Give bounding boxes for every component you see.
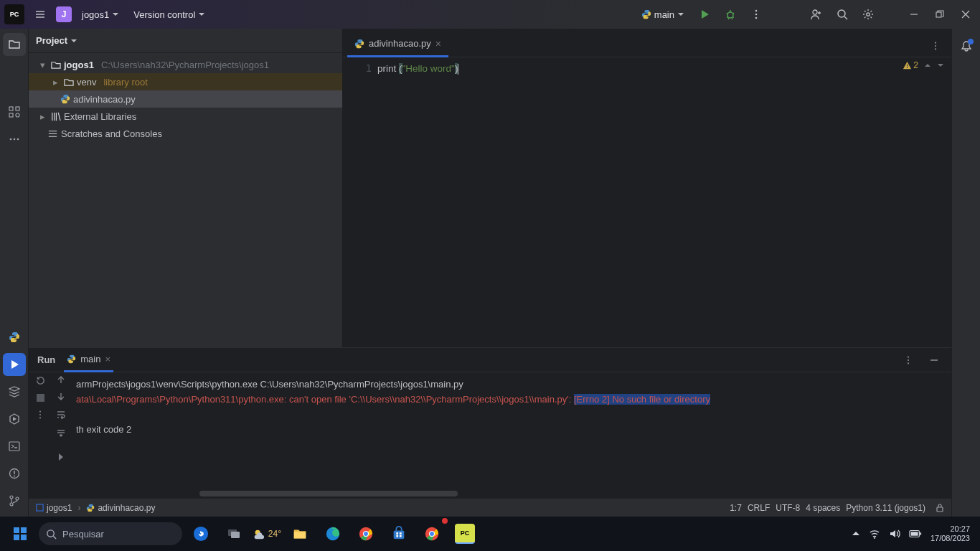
expand-button[interactable] [57,453,65,461]
chevron-right-icon[interactable]: ▸ [50,77,60,88]
tree-scratches-row[interactable]: Scratches and Consoles [29,125,342,142]
chevron-down-icon [677,11,684,18]
chevron-right-icon[interactable]: ▸ [37,111,47,122]
pycharm-task-icon: PC [455,524,475,544]
console-output[interactable]: armProjects\jogos1\venv\Scripts\python.e… [70,372,951,498]
svg-rect-9 [16,107,19,110]
taskbar-bing-chat[interactable] [187,519,215,548]
terminal-icon [9,441,20,452]
tree-ext-libs-row[interactable]: ▸ External Libraries [29,108,342,125]
minimize-window-button[interactable] [904,4,924,24]
svg-point-24 [907,67,908,67]
chevron-up-icon[interactable] [924,62,931,69]
taskbar-chrome-alt[interactable] [418,519,446,548]
run-panel-more-button[interactable] [898,350,918,370]
run-panel-title: Run [37,354,55,365]
search-everywhere-button[interactable] [832,4,852,24]
hide-run-panel-button[interactable] [924,350,944,370]
scroll-up-button[interactable] [57,375,65,384]
editor-tab-more-button[interactable] [925,36,946,56]
run-tool-button[interactable] [3,353,26,376]
editor-tab[interactable]: adivinhacao.py × [347,32,448,57]
status-indent[interactable]: 4 spaces [806,503,840,513]
battery-icon[interactable] [909,529,922,538]
wifi-icon[interactable] [869,528,880,540]
structure-tool-button[interactable] [3,100,26,123]
project-dropdown[interactable]: jogos1 [77,6,123,23]
more-tools-button[interactable] [3,128,26,151]
settings-button[interactable] [858,4,878,24]
close-window-button[interactable] [956,4,976,24]
version-control-dropdown[interactable]: Version control [129,6,209,23]
console-line: th exit code 2 [76,422,946,437]
svg-rect-41 [231,532,240,538]
svg-rect-48 [396,532,398,534]
svg-rect-35 [21,527,27,533]
breadcrumb[interactable]: adivinhacao.py [86,503,155,513]
stop-icon [36,393,45,402]
console-more-button[interactable] [35,410,45,420]
more-actions-button[interactable] [746,4,766,24]
folder-icon [63,77,74,88]
python-console-tool-button[interactable] [3,326,26,349]
vcs-tool-button[interactable] [3,489,26,512]
lock-icon[interactable] [936,504,944,512]
breadcrumb-separator: › [77,503,80,513]
breadcrumb[interactable]: jogos1 [36,503,72,513]
svg-rect-32 [37,504,43,511]
svg-rect-33 [937,507,943,512]
windows-icon [12,526,28,542]
scroll-to-end-button[interactable] [56,428,66,438]
run-button[interactable] [694,4,715,24]
run-config-dropdown[interactable]: main [637,6,689,23]
taskbar-edge[interactable] [319,519,347,548]
close-run-tab-button[interactable]: × [105,354,110,364]
volume-icon[interactable] [889,528,900,540]
rerun-button[interactable] [35,375,46,386]
terminal-tool-button[interactable] [3,435,26,458]
taskbar-explorer[interactable] [286,519,314,548]
weather-icon [253,527,265,540]
taskbar-store[interactable] [385,519,413,548]
taskbar-pycharm[interactable]: PC [451,519,479,548]
scroll-down-button[interactable] [57,392,65,401]
inspection-widget[interactable]: 2 [903,60,944,70]
run-tab[interactable]: main × [64,348,113,372]
tray-chevron-up-icon[interactable] [852,529,860,538]
status-interpreter[interactable]: Python 3.11 (jogos1) [846,503,925,513]
project-tool-button[interactable] [3,33,26,56]
horizontal-scrollbar[interactable] [199,489,951,498]
taskbar-weather[interactable]: 24° [253,519,281,548]
notification-dot-icon [968,39,974,44]
main-menu-button[interactable] [30,4,50,24]
soft-wrap-button[interactable] [56,410,66,420]
problems-tool-button[interactable] [3,462,26,485]
taskbar-chrome[interactable] [352,519,380,548]
arrow-up-icon [57,375,65,384]
start-button[interactable] [6,519,34,548]
taskbar-date: 17/08/2023 [930,534,970,543]
notifications-button[interactable] [961,40,972,52]
services-tool-button[interactable] [3,408,26,430]
stop-button[interactable] [36,393,45,402]
status-encoding[interactable]: UTF-8 [776,503,800,513]
taskbar-search[interactable]: Pesquisar [39,522,182,545]
svg-point-38 [47,529,54,536]
tree-root-row[interactable]: ▾ jogos1 C:\Users\nah32\PycharmProjects\… [29,56,342,73]
chevron-down-icon[interactable]: ▾ [37,60,47,70]
code-with-me-button[interactable] [806,4,826,24]
code-line[interactable]: print ("Hello word") [377,60,458,77]
chevron-down-icon[interactable] [937,62,944,69]
tree-file-row[interactable]: adivinhacao.py [29,90,342,108]
tree-venv-row[interactable]: ▸ venv library root [29,73,342,90]
taskbar-taskview[interactable] [220,519,248,548]
chevron-down-icon[interactable] [70,37,77,44]
taskbar-clock[interactable]: 20:27 17/08/2023 [930,524,970,543]
code-editor[interactable]: 1 print ("Hello word") 2 [343,57,951,347]
status-caret-position[interactable]: 1:7 [730,503,742,513]
packages-tool-button[interactable] [3,380,26,403]
maximize-window-button[interactable] [930,4,950,24]
status-line-separator[interactable]: CRLF [748,503,770,513]
close-tab-button[interactable]: × [435,38,441,50]
debug-button[interactable] [720,4,740,24]
